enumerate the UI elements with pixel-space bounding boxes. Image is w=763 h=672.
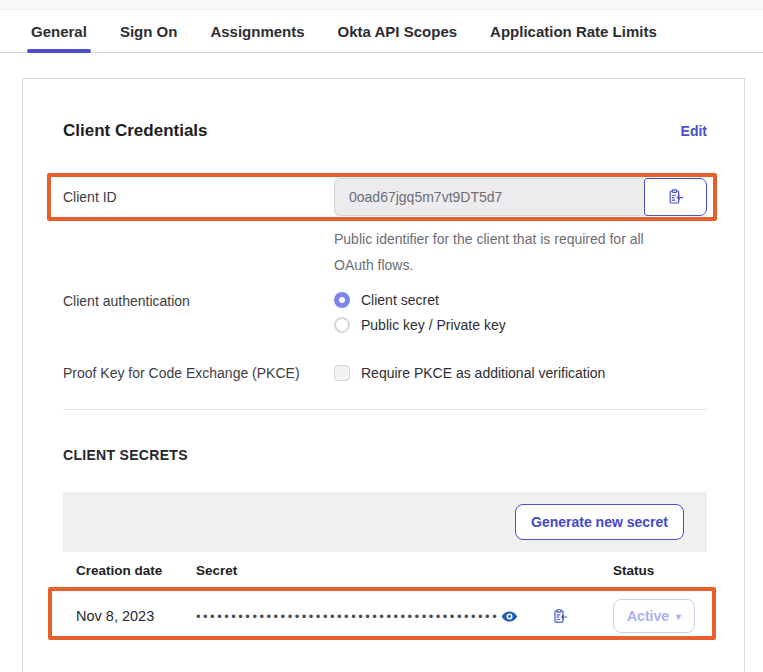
status-active-label: Active xyxy=(627,608,669,624)
secret-table-row: Nov 8, 2023 ••••••••••••••••••••••••••••… xyxy=(63,590,707,642)
radio-selected-icon[interactable] xyxy=(334,292,350,308)
tab-okta-api-scopes[interactable]: Okta API Scopes xyxy=(338,10,458,52)
tab-application-rate-limits[interactable]: Application Rate Limits xyxy=(490,10,657,52)
header-creation-date: Creation date xyxy=(63,563,196,578)
top-strip xyxy=(0,0,763,10)
copy-client-id-button[interactable] xyxy=(644,178,707,216)
pkce-checkbox-label: Require PKCE as additional verification xyxy=(361,365,605,381)
pkce-row: Proof Key for Code Exchange (PKCE) Requi… xyxy=(63,365,707,381)
client-authentication-row: Client authentication Client secret Publ… xyxy=(63,292,707,333)
client-id-label: Client ID xyxy=(63,189,334,205)
tab-application-rate-limits-label: Application Rate Limits xyxy=(490,23,657,40)
client-credentials-card: Client Credentials Edit Client ID 0oad67… xyxy=(22,78,745,672)
pkce-label: Proof Key for Code Exchange (PKCE) xyxy=(63,365,334,381)
chevron-down-icon: ▾ xyxy=(676,611,681,622)
secrets-table-header: Creation date Secret Status xyxy=(63,552,707,590)
okta-app-settings-page: General Sign On Assignments Okta API Sco… xyxy=(0,0,763,672)
tab-bar: General Sign On Assignments Okta API Sco… xyxy=(0,10,763,53)
section-divider xyxy=(63,409,707,410)
client-id-field[interactable]: 0oad67jgq5m7vt9DT5d7 xyxy=(334,178,644,216)
tab-assignments-label: Assignments xyxy=(210,23,304,40)
clipboard-copy-icon xyxy=(667,188,684,206)
copy-secret-icon[interactable] xyxy=(552,608,568,625)
header-secret: Secret xyxy=(196,563,613,578)
tab-okta-api-scopes-label: Okta API Scopes xyxy=(338,23,458,40)
generate-new-secret-button[interactable]: Generate new secret xyxy=(515,504,684,540)
masked-secret-value: ••••••••••••••••••••••••••••••••••••••••… xyxy=(196,609,499,624)
radio-client-secret-label: Client secret xyxy=(361,292,439,308)
edit-link[interactable]: Edit xyxy=(681,123,707,139)
client-id-value: 0oad67jgq5m7vt9DT5d7 xyxy=(349,189,502,205)
secret-creation-date: Nov 8, 2023 xyxy=(63,608,196,624)
radio-option-public-private-key[interactable]: Public key / Private key xyxy=(334,317,506,333)
pkce-checkbox-option[interactable]: Require PKCE as additional verification xyxy=(334,365,605,381)
tab-general[interactable]: General xyxy=(31,10,87,52)
client-id-helper-text: Public identifier for the client that is… xyxy=(334,226,684,278)
radio-option-client-secret[interactable]: Client secret xyxy=(334,292,506,308)
status-cell: Active ▾ xyxy=(613,599,707,633)
client-authentication-label: Client authentication xyxy=(63,292,334,309)
header-status: Status xyxy=(613,563,707,578)
client-secrets-heading: CLIENT SECRETS xyxy=(63,447,707,463)
radio-unselected-icon[interactable] xyxy=(334,317,350,333)
status-active-dropdown[interactable]: Active ▾ xyxy=(613,599,695,633)
radio-public-private-key-label: Public key / Private key xyxy=(361,317,506,333)
reveal-secret-eye-icon[interactable] xyxy=(501,608,518,625)
client-id-row: Client ID 0oad67jgq5m7vt9DT5d7 xyxy=(63,178,707,216)
tab-general-label: General xyxy=(31,23,87,40)
client-secrets-toolbar: Generate new secret xyxy=(63,492,707,552)
tab-assignments[interactable]: Assignments xyxy=(210,10,304,52)
client-authentication-options: Client secret Public key / Private key xyxy=(334,292,506,333)
tab-sign-on-label: Sign On xyxy=(120,23,178,40)
card-header: Client Credentials Edit xyxy=(63,121,707,141)
card-title: Client Credentials xyxy=(63,121,208,141)
client-id-field-group: 0oad67jgq5m7vt9DT5d7 xyxy=(334,178,707,216)
tab-sign-on[interactable]: Sign On xyxy=(120,10,178,52)
checkbox-unchecked-icon[interactable] xyxy=(334,365,350,381)
secret-cell: ••••••••••••••••••••••••••••••••••••••••… xyxy=(196,608,613,625)
